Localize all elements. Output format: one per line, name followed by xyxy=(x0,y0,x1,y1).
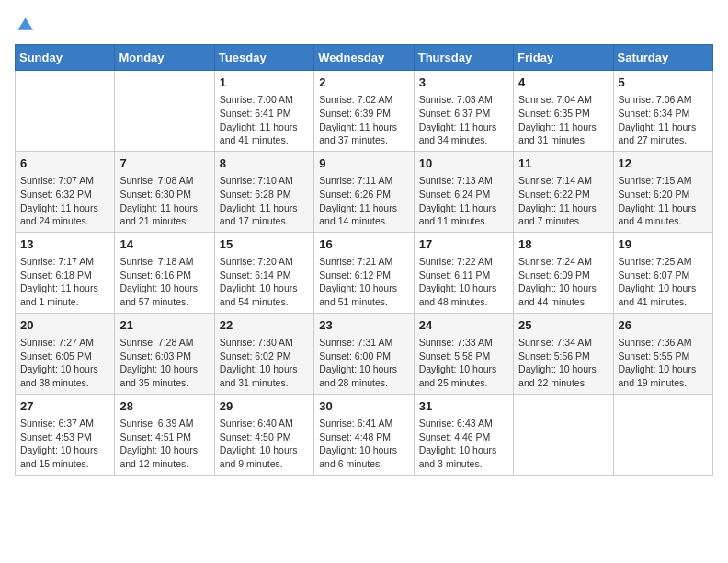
calendar-cell: 28Sunrise: 6:39 AM Sunset: 4:51 PM Dayli… xyxy=(115,394,214,475)
calendar-cell: 25Sunrise: 7:34 AM Sunset: 5:56 PM Dayli… xyxy=(514,313,613,394)
day-number: 12 xyxy=(619,155,708,172)
cell-content: Sunrise: 7:14 AM Sunset: 6:22 PM Dayligh… xyxy=(518,174,608,228)
day-number: 31 xyxy=(419,398,508,415)
calendar-cell: 13Sunrise: 7:17 AM Sunset: 6:18 PM Dayli… xyxy=(16,232,115,313)
calendar-cell: 24Sunrise: 7:33 AM Sunset: 5:58 PM Dayli… xyxy=(414,313,513,394)
cell-content: Sunrise: 7:36 AM Sunset: 5:55 PM Dayligh… xyxy=(619,336,708,390)
cell-content: Sunrise: 7:24 AM Sunset: 6:09 PM Dayligh… xyxy=(518,255,608,309)
day-number: 11 xyxy=(518,155,608,172)
day-number: 25 xyxy=(518,317,608,334)
calendar-cell: 12Sunrise: 7:15 AM Sunset: 6:20 PM Dayli… xyxy=(613,151,712,232)
day-number: 2 xyxy=(319,75,408,91)
day-number: 8 xyxy=(220,155,309,172)
cell-content: Sunrise: 7:33 AM Sunset: 5:58 PM Dayligh… xyxy=(419,336,508,390)
cell-content: Sunrise: 6:39 AM Sunset: 4:51 PM Dayligh… xyxy=(119,417,209,471)
day-number: 20 xyxy=(20,317,109,334)
day-number: 14 xyxy=(119,236,209,253)
day-number: 21 xyxy=(119,317,209,334)
calendar-week-4: 20Sunrise: 7:27 AM Sunset: 6:05 PM Dayli… xyxy=(16,313,713,394)
svg-marker-0 xyxy=(17,17,33,29)
weekday-header-monday: Monday xyxy=(115,45,214,71)
calendar-cell xyxy=(514,394,613,475)
calendar-cell: 26Sunrise: 7:36 AM Sunset: 5:55 PM Dayli… xyxy=(613,313,712,394)
weekday-header-wednesday: Wednesday xyxy=(314,45,414,71)
cell-content: Sunrise: 7:15 AM Sunset: 6:20 PM Dayligh… xyxy=(619,174,708,228)
day-number: 7 xyxy=(119,155,209,172)
cell-content: Sunrise: 7:18 AM Sunset: 6:16 PM Dayligh… xyxy=(119,255,209,309)
calendar-cell: 29Sunrise: 6:40 AM Sunset: 4:50 PM Dayli… xyxy=(214,394,313,475)
cell-content: Sunrise: 7:11 AM Sunset: 6:26 PM Dayligh… xyxy=(319,174,408,228)
cell-content: Sunrise: 6:40 AM Sunset: 4:50 PM Dayligh… xyxy=(220,417,309,471)
cell-content: Sunrise: 7:22 AM Sunset: 6:11 PM Dayligh… xyxy=(419,255,508,309)
day-number: 5 xyxy=(619,75,708,91)
day-number: 4 xyxy=(518,75,608,91)
calendar-cell: 5Sunrise: 7:06 AM Sunset: 6:34 PM Daylig… xyxy=(613,71,712,152)
cell-content: Sunrise: 7:02 AM Sunset: 6:39 PM Dayligh… xyxy=(319,93,408,147)
calendar-cell: 23Sunrise: 7:31 AM Sunset: 6:00 PM Dayli… xyxy=(314,313,414,394)
day-number: 3 xyxy=(419,75,508,91)
calendar-cell: 4Sunrise: 7:04 AM Sunset: 6:35 PM Daylig… xyxy=(514,71,613,152)
day-number: 9 xyxy=(319,155,408,172)
weekday-row: SundayMondayTuesdayWednesdayThursdayFrid… xyxy=(16,45,713,71)
calendar-cell: 9Sunrise: 7:11 AM Sunset: 6:26 PM Daylig… xyxy=(314,151,414,232)
cell-content: Sunrise: 7:21 AM Sunset: 6:12 PM Dayligh… xyxy=(319,255,408,309)
cell-content: Sunrise: 7:08 AM Sunset: 6:30 PM Dayligh… xyxy=(119,174,209,228)
day-number: 13 xyxy=(20,236,109,253)
calendar-cell: 2Sunrise: 7:02 AM Sunset: 6:39 PM Daylig… xyxy=(314,71,414,152)
calendar-week-1: 1Sunrise: 7:00 AM Sunset: 6:41 PM Daylig… xyxy=(16,71,713,152)
day-number: 10 xyxy=(419,155,508,172)
day-number: 27 xyxy=(20,398,109,415)
day-number: 29 xyxy=(220,398,309,415)
calendar-cell: 31Sunrise: 6:43 AM Sunset: 4:46 PM Dayli… xyxy=(414,394,513,475)
calendar-cell xyxy=(115,71,214,152)
calendar-cell: 27Sunrise: 6:37 AM Sunset: 4:53 PM Dayli… xyxy=(16,394,115,475)
calendar-header: SundayMondayTuesdayWednesdayThursdayFrid… xyxy=(16,45,713,71)
day-number: 1 xyxy=(220,75,309,91)
cell-content: Sunrise: 7:06 AM Sunset: 6:34 PM Dayligh… xyxy=(619,93,708,147)
cell-content: Sunrise: 7:25 AM Sunset: 6:07 PM Dayligh… xyxy=(619,255,708,309)
weekday-header-sunday: Sunday xyxy=(16,45,115,71)
cell-content: Sunrise: 7:10 AM Sunset: 6:28 PM Dayligh… xyxy=(220,174,309,228)
cell-content: Sunrise: 7:20 AM Sunset: 6:14 PM Dayligh… xyxy=(220,255,309,309)
cell-content: Sunrise: 7:34 AM Sunset: 5:56 PM Dayligh… xyxy=(518,336,608,390)
day-number: 28 xyxy=(119,398,209,415)
cell-content: Sunrise: 7:13 AM Sunset: 6:24 PM Dayligh… xyxy=(419,174,508,228)
day-number: 22 xyxy=(220,317,309,334)
day-number: 26 xyxy=(619,317,708,334)
cell-content: Sunrise: 7:28 AM Sunset: 6:03 PM Dayligh… xyxy=(119,336,209,390)
day-number: 6 xyxy=(20,155,109,172)
cell-content: Sunrise: 7:04 AM Sunset: 6:35 PM Dayligh… xyxy=(518,93,608,147)
calendar-cell: 8Sunrise: 7:10 AM Sunset: 6:28 PM Daylig… xyxy=(214,151,313,232)
cell-content: Sunrise: 7:27 AM Sunset: 6:05 PM Dayligh… xyxy=(20,336,109,390)
cell-content: Sunrise: 7:17 AM Sunset: 6:18 PM Dayligh… xyxy=(20,255,109,309)
day-number: 30 xyxy=(319,398,408,415)
calendar-cell: 20Sunrise: 7:27 AM Sunset: 6:05 PM Dayli… xyxy=(16,313,115,394)
day-number: 15 xyxy=(220,236,309,253)
day-number: 16 xyxy=(319,236,408,253)
calendar-cell: 3Sunrise: 7:03 AM Sunset: 6:37 PM Daylig… xyxy=(414,71,513,152)
calendar-cell: 16Sunrise: 7:21 AM Sunset: 6:12 PM Dayli… xyxy=(314,232,414,313)
weekday-header-saturday: Saturday xyxy=(613,45,712,71)
calendar-cell: 7Sunrise: 7:08 AM Sunset: 6:30 PM Daylig… xyxy=(115,151,214,232)
calendar-cell xyxy=(613,394,712,475)
calendar-cell: 14Sunrise: 7:18 AM Sunset: 6:16 PM Dayli… xyxy=(115,232,214,313)
weekday-header-friday: Friday xyxy=(514,45,613,71)
calendar-table: SundayMondayTuesdayWednesdayThursdayFrid… xyxy=(15,44,713,476)
cell-content: Sunrise: 6:41 AM Sunset: 4:48 PM Dayligh… xyxy=(319,417,408,471)
cell-content: Sunrise: 7:07 AM Sunset: 6:32 PM Dayligh… xyxy=(20,174,109,228)
day-number: 24 xyxy=(419,317,508,334)
calendar-cell: 21Sunrise: 7:28 AM Sunset: 6:03 PM Dayli… xyxy=(115,313,214,394)
calendar-cell: 18Sunrise: 7:24 AM Sunset: 6:09 PM Dayli… xyxy=(514,232,613,313)
calendar-cell: 15Sunrise: 7:20 AM Sunset: 6:14 PM Dayli… xyxy=(214,232,313,313)
calendar-cell: 17Sunrise: 7:22 AM Sunset: 6:11 PM Dayli… xyxy=(414,232,513,313)
day-number: 17 xyxy=(419,236,508,253)
calendar-body: 1Sunrise: 7:00 AM Sunset: 6:41 PM Daylig… xyxy=(16,71,713,476)
logo xyxy=(15,15,37,33)
day-number: 19 xyxy=(619,236,708,253)
calendar-cell: 22Sunrise: 7:30 AM Sunset: 6:02 PM Dayli… xyxy=(214,313,313,394)
cell-content: Sunrise: 7:00 AM Sunset: 6:41 PM Dayligh… xyxy=(220,93,309,147)
calendar-cell xyxy=(16,71,115,152)
day-number: 18 xyxy=(518,236,608,253)
calendar-week-2: 6Sunrise: 7:07 AM Sunset: 6:32 PM Daylig… xyxy=(16,151,713,232)
calendar-cell: 6Sunrise: 7:07 AM Sunset: 6:32 PM Daylig… xyxy=(16,151,115,232)
